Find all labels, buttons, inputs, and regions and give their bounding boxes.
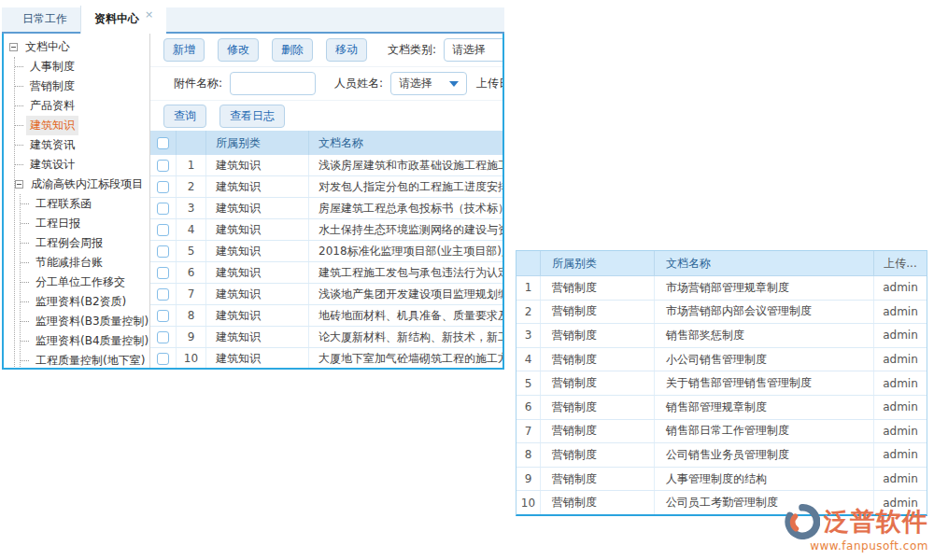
tree-item-construction-design[interactable]: 建筑设计 bbox=[15, 155, 149, 175]
tree-item-construction-knowledge[interactable]: 建筑知识 bbox=[15, 116, 149, 135]
row-checkbox[interactable] bbox=[157, 288, 169, 301]
row-checkbox[interactable] bbox=[157, 181, 169, 193]
table-row[interactable]: 4 建筑知识 水土保持生态环境监测网络的建设与资... bbox=[150, 219, 502, 241]
row-checkbox[interactable] bbox=[157, 203, 169, 215]
tree-item-marketing[interactable]: 营销制度 bbox=[15, 77, 149, 96]
table-row[interactable]: 1 营销制度 市场营销部管理规章制度 admin bbox=[517, 276, 927, 301]
tab-daily-work[interactable]: 日常工作 bbox=[9, 6, 80, 32]
tree-root-document-center[interactable]: 文档中心 bbox=[9, 37, 149, 57]
table-row[interactable]: 2 建筑知识 对发包人指定分包的工程施工进度安排... bbox=[150, 176, 502, 198]
person-name-select[interactable]: 请选择 bbox=[390, 72, 467, 95]
table-row[interactable]: 5 建筑知识 2018标准化监理项目部(业主项目部)人员... bbox=[150, 241, 502, 262]
toolbar-row-query: 查询 查看日志 bbox=[150, 101, 502, 131]
tree-children-level1: 人事制度 营销制度 产品资料 建筑知识 bbox=[14, 57, 149, 368]
table-row[interactable]: 4 营销制度 小公司销售管理制度 admin bbox=[517, 348, 927, 372]
row-checkbox[interactable] bbox=[157, 160, 169, 172]
doc-type-label: 文档类别: bbox=[388, 42, 436, 58]
table-row[interactable]: 6 建筑知识 建筑工程施工发包与承包违法行为认定... bbox=[150, 262, 502, 284]
marketing-documents-table: 所属别类 文档名称 上传... 1 营销制度 市场营销部管理规章制度 admin… bbox=[516, 250, 927, 516]
tree-item-daily-report[interactable]: 工程日报 bbox=[21, 214, 149, 233]
tree-item-quality-basement[interactable]: 工程质量控制(地下室) bbox=[21, 351, 149, 368]
tab-data-center[interactable]: 资料中心 × bbox=[80, 6, 166, 34]
clipped-upload-date-label: 上传日期 bbox=[476, 76, 502, 91]
tree-item-supervision-b4[interactable]: 监理资料(B4质量控制) bbox=[21, 331, 149, 351]
tab-bar: 日常工作 资料中心 × bbox=[2, 7, 504, 34]
logo-url: www.fanpusoft.com bbox=[810, 539, 928, 553]
logo-text: 泛普软件 bbox=[824, 505, 928, 539]
attachment-name-label: 附件名称: bbox=[174, 76, 222, 91]
tree-item-contact-letter[interactable]: 工程联系函 bbox=[21, 194, 149, 214]
row-checkbox[interactable] bbox=[157, 331, 169, 343]
table-row[interactable]: 7 建筑知识 浅谈地产集团开发建设项目监理规划编... bbox=[150, 284, 502, 305]
attachment-name-input[interactable] bbox=[230, 72, 316, 95]
tree-connector bbox=[15, 66, 23, 67]
tree-connector bbox=[15, 105, 23, 106]
table-row[interactable]: 3 建筑知识 房屋建筑工程总承包投标书（技术标）... bbox=[150, 198, 502, 219]
tree-item-energy-ledger[interactable]: 节能减排台账 bbox=[21, 253, 149, 273]
name-column-header: 文档名称 bbox=[655, 251, 874, 275]
category-tree: 文档中心 人事制度 营销制度 产品资料 bbox=[4, 34, 150, 368]
table-header: 所属别类 文档名称 上传... bbox=[517, 251, 927, 276]
tree-root-project[interactable]: 成渝高铁内江标段项目 bbox=[15, 175, 149, 194]
tree-item-personnel[interactable]: 人事制度 bbox=[15, 57, 149, 77]
add-button[interactable]: 新增 bbox=[163, 38, 205, 62]
table-row[interactable]: 3 营销制度 销售部奖惩制度 admin bbox=[517, 324, 927, 348]
tree-item-supervision-b2[interactable]: 监理资料(B2资质) bbox=[21, 292, 149, 312]
category-column-header: 所属别类 bbox=[206, 131, 309, 155]
tree-connector bbox=[15, 125, 23, 126]
row-checkbox[interactable] bbox=[157, 310, 169, 322]
row-checkbox[interactable] bbox=[157, 224, 169, 236]
tree-item-weekly-meeting[interactable]: 工程例会周报 bbox=[21, 233, 149, 253]
tab-data-center-label: 资料中心 bbox=[94, 11, 139, 27]
person-name-value: 请选择 bbox=[399, 76, 432, 91]
view-log-button[interactable]: 查看日志 bbox=[219, 105, 285, 128]
tree-item-work-transfer[interactable]: 分工单位工作移交 bbox=[21, 273, 149, 292]
chevron-down-icon bbox=[449, 81, 459, 87]
select-all-checkbox[interactable] bbox=[157, 137, 169, 149]
doc-type-select[interactable]: 请选择 bbox=[444, 38, 502, 62]
collapse-icon[interactable] bbox=[15, 180, 23, 189]
tree-connector bbox=[21, 262, 29, 263]
tree-connector bbox=[15, 164, 23, 165]
table-row[interactable]: 8 建筑知识 地砖地面材料、机具准备、质量要求及... bbox=[150, 305, 502, 327]
table-row[interactable]: 6 营销制度 销售部管理规章制度 admin bbox=[517, 396, 927, 420]
edit-button[interactable]: 修改 bbox=[218, 38, 259, 62]
tree-children-level2: 工程联系函 工程日报 工程例会周报 节能减排台账 bbox=[20, 194, 149, 368]
screen: 日常工作 资料中心 × 文档中心 人事制度 bbox=[0, 0, 934, 560]
name-column-header: 文档名称 bbox=[309, 135, 502, 151]
row-checkbox[interactable] bbox=[157, 353, 169, 365]
fanpu-logo: 泛普软件 www.fanpusoft.com bbox=[785, 504, 928, 553]
tree-item-product[interactable]: 产品资料 bbox=[15, 96, 149, 116]
document-center-window: 日常工作 资料中心 × 文档中心 人事制度 bbox=[2, 7, 504, 370]
table-row[interactable]: 9 建筑知识 论大厦新材料、新结构、新技术，新工... bbox=[150, 327, 502, 348]
tree-connector bbox=[15, 145, 23, 146]
collapse-icon[interactable] bbox=[9, 43, 18, 51]
table-row[interactable]: 9 营销制度 人事管理制度的结构 admin bbox=[517, 468, 927, 492]
table-row[interactable]: 10 建筑知识 大厦地下室加气砼墙砌筑工程的施工方... bbox=[150, 348, 502, 368]
tree-connector bbox=[21, 223, 29, 224]
tab-close-icon[interactable]: × bbox=[145, 8, 153, 21]
delete-button[interactable]: 删除 bbox=[272, 38, 313, 62]
tree-item-construction-news[interactable]: 建筑资讯 bbox=[15, 135, 149, 155]
row-checkbox[interactable] bbox=[157, 267, 169, 279]
tree-connector bbox=[21, 360, 29, 361]
toolbar-row-actions: 新增 修改 删除 移动 文档类别: 请选择 文档 bbox=[150, 34, 502, 67]
table-row[interactable]: 2 营销制度 市场营销部内部会议管理制度 admin bbox=[517, 301, 927, 325]
tree-connector bbox=[21, 282, 29, 283]
uploader-column-header: 上传... bbox=[874, 256, 927, 272]
table-row[interactable]: 8 营销制度 公司销售业务员管理制度 admin bbox=[517, 443, 927, 468]
window-body: 文档中心 人事制度 营销制度 产品资料 bbox=[2, 34, 504, 370]
index-column-header bbox=[517, 251, 541, 275]
move-button[interactable]: 移动 bbox=[326, 38, 367, 62]
query-button[interactable]: 查询 bbox=[163, 105, 206, 128]
tree-connector bbox=[21, 243, 29, 244]
table-row[interactable]: 5 营销制度 关于销售部管理销售管理制度 admin bbox=[517, 371, 927, 396]
document-table: 所属别类 文档名称 1 建筑知识 浅谈房屋建筑和市政基础设施工程施工... 2 … bbox=[150, 131, 502, 368]
row-checkbox[interactable] bbox=[157, 245, 169, 258]
tree-connector bbox=[21, 341, 29, 342]
table-row[interactable]: 1 建筑知识 浅谈房屋建筑和市政基础设施工程施工... bbox=[150, 155, 502, 176]
fanpu-logo-icon bbox=[785, 504, 820, 539]
tree-item-supervision-b3[interactable]: 监理资料(B3质量控制) bbox=[21, 312, 149, 331]
category-column-header: 所属别类 bbox=[541, 251, 655, 275]
table-row[interactable]: 7 营销制度 销售部日常工作管理制度 admin bbox=[517, 420, 927, 444]
